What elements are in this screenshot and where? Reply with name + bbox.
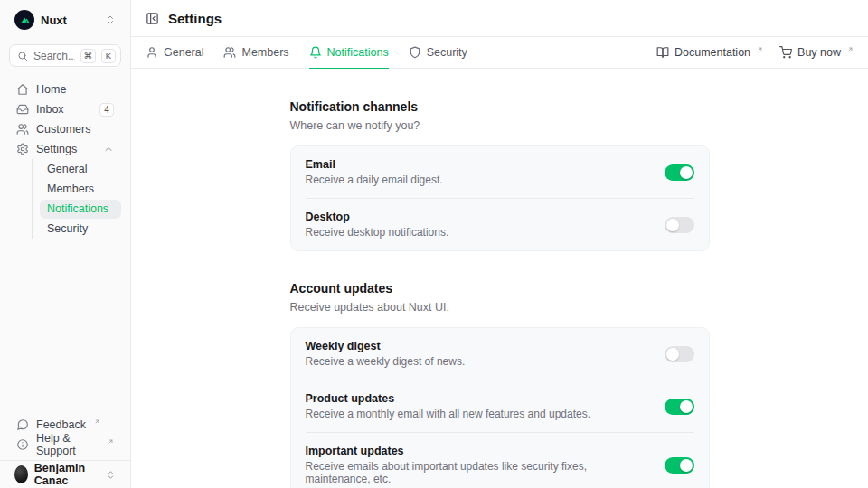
setting-label: Product updates [306, 392, 591, 405]
sidebar-item-label: Help & Support [36, 432, 99, 457]
settings-column: Notification channels Where can we notif… [290, 99, 710, 488]
kbd-k: K [101, 49, 116, 63]
users-icon [16, 123, 29, 136]
setting-description: Receive a monthly email with all new fea… [306, 408, 591, 420]
setting-row-email: Email Receive a daily email digest. [291, 146, 709, 198]
sub-item-label: Members [47, 183, 94, 195]
chevrons-up-down-icon [105, 14, 116, 25]
bell-icon [309, 46, 322, 59]
panel-left-close-icon [146, 12, 159, 25]
page-header: Settings [131, 0, 868, 37]
setting-texts: Weekly digest Receive a weekly digest of… [306, 340, 484, 368]
sidebar-item-general[interactable]: General [40, 160, 121, 179]
sub-item-label: General [47, 163, 87, 175]
documentation-button[interactable]: Documentation [656, 46, 763, 59]
setting-label: Weekly digest [306, 340, 466, 352]
setting-description: Receive emails about important updates l… [306, 460, 646, 485]
sidebar-item-notifications[interactable]: Notifications [40, 200, 121, 219]
sidebar-item-inbox[interactable]: Inbox 4 [9, 99, 121, 119]
sidebar-item-home[interactable]: Home [9, 80, 121, 99]
settings-card: Email Receive a daily email digest. Desk… [290, 145, 710, 251]
external-link-icon [108, 438, 114, 445]
search-icon [17, 51, 28, 61]
tab-label: Notifications [327, 46, 389, 59]
sidebar-item-label: Customers [36, 123, 90, 136]
sidebar-item-label: Home [36, 83, 66, 96]
user-menu[interactable]: Benjamin Canac [0, 460, 130, 488]
info-circle-icon [16, 438, 29, 451]
team-selector[interactable]: Nuxt [9, 7, 121, 33]
sidebar: Nuxt ⌘ K Home Inbox 4 Customers [0, 0, 131, 488]
chevrons-up-down-icon [106, 470, 116, 480]
chevron-up-icon [103, 144, 114, 155]
setting-texts: Email Receive a daily email digest. [306, 158, 461, 186]
tab-label: General [164, 46, 203, 59]
settings-card: Weekly digest Receive a weekly digest of… [290, 327, 710, 488]
team-name: Nuxt [41, 14, 67, 27]
sub-item-label: Notifications [47, 202, 108, 215]
chat-bubble-icon [16, 418, 29, 431]
sidebar-item-members[interactable]: Members [40, 180, 121, 199]
tab-general[interactable]: General [146, 37, 203, 68]
buy-now-button[interactable]: Buy now [779, 46, 854, 59]
settings-tabbar: General Members Notifications Security D… [131, 37, 868, 69]
settings-content: Notification channels Where can we notif… [131, 69, 868, 488]
section-title: Account updates [290, 281, 710, 296]
product-updates-toggle[interactable] [665, 399, 694, 415]
book-open-icon [656, 46, 669, 59]
app-window: Nuxt ⌘ K Home Inbox 4 Customers [0, 0, 868, 488]
tabbar-actions: Documentation Buy now [656, 46, 854, 59]
weekly-digest-toggle[interactable] [665, 346, 694, 362]
tab-notifications[interactable]: Notifications [309, 37, 389, 68]
gear-icon [16, 143, 29, 155]
setting-label: Important updates [306, 445, 646, 457]
tab-security[interactable]: Security [409, 37, 467, 68]
search-input-wrapper[interactable]: ⌘ K [9, 44, 121, 67]
setting-texts: Product updates Receive a monthly email … [306, 392, 609, 420]
users-icon [223, 46, 236, 59]
tab-label: Security [427, 46, 467, 59]
sidebar-collapse-button[interactable] [146, 12, 159, 25]
setting-row-desktop: Desktop Receive desktop notifications. [291, 199, 709, 250]
user-icon [146, 46, 158, 59]
home-icon [16, 83, 29, 96]
sidebar-item-label: Inbox [36, 103, 64, 116]
account-updates-section: Account updates Receive updates about Nu… [290, 281, 710, 488]
setting-description: Receive desktop notifications. [306, 226, 449, 239]
external-link-icon [847, 46, 854, 52]
desktop-toggle[interactable] [665, 217, 694, 233]
search-input[interactable] [33, 50, 75, 62]
nuxt-logo-icon [14, 10, 34, 30]
email-toggle[interactable] [665, 164, 694, 181]
shopping-cart-icon [779, 46, 792, 59]
setting-description: Receive a daily email digest. [306, 174, 443, 186]
section-description: Where can we notify you? [290, 119, 710, 132]
page-title: Settings [168, 11, 222, 26]
main-area: Settings General Members Notifications S… [131, 0, 868, 488]
external-link-icon [94, 418, 100, 425]
setting-label: Desktop [306, 211, 449, 223]
avatar [14, 465, 28, 483]
setting-texts: Desktop Receive desktop notifications. [306, 211, 467, 239]
inbox-badge: 4 [99, 103, 114, 117]
sub-item-label: Security [47, 222, 88, 235]
action-label: Documentation [675, 46, 750, 59]
sidebar-item-security[interactable]: Security [40, 220, 121, 239]
tab-members[interactable]: Members [223, 37, 288, 68]
external-link-icon [757, 46, 763, 52]
user-name: Benjamin Canac [34, 462, 99, 487]
sidebar-item-label: Settings [36, 143, 77, 155]
sidebar-item-settings[interactable]: Settings [9, 139, 121, 159]
setting-row-product-updates: Product updates Receive a monthly email … [291, 380, 709, 432]
setting-row-weekly-digest: Weekly digest Receive a weekly digest of… [291, 328, 709, 380]
sidebar-nav: Home Inbox 4 Customers Settings General … [9, 80, 121, 239]
settings-sub-list: General Members Notifications Security [32, 159, 121, 239]
sidebar-item-customers[interactable]: Customers [9, 119, 121, 139]
important-updates-toggle[interactable] [665, 457, 694, 474]
kbd-meta: ⌘ [80, 49, 97, 63]
sidebar-item-help-support[interactable]: Help & Support [9, 435, 121, 455]
shield-icon [409, 46, 421, 59]
sidebar-footer: Feedback Help & Support [9, 415, 121, 460]
inbox-icon [16, 103, 29, 116]
tab-label: Members [241, 46, 288, 59]
